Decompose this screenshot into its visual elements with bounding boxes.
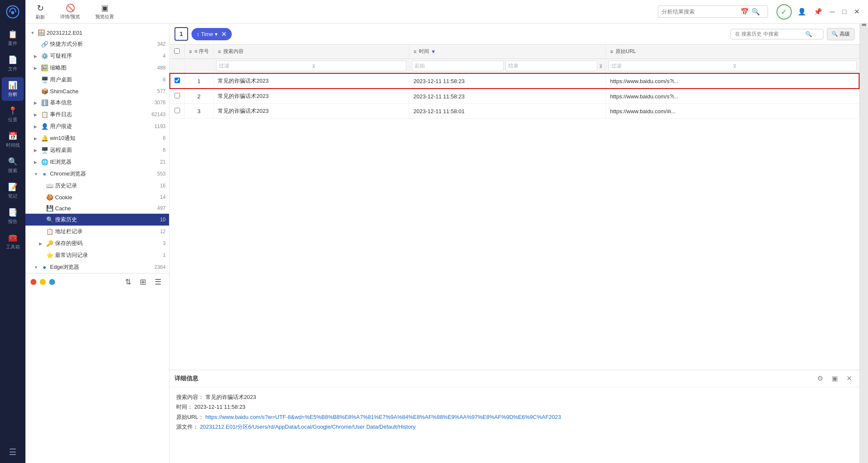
tree-thumbnails[interactable]: ▶ 🖼️ 缩略图 489 (25, 62, 169, 74)
content-filter-icon[interactable]: ⊻ (312, 63, 403, 69)
tree-ie[interactable]: ▶ 🌐 IE浏览器 21 (25, 156, 169, 168)
tree-suspicious[interactable]: ▶ ⚙️ 可疑程序 4 (25, 50, 169, 62)
detail-icon: 🚫 (66, 3, 75, 13)
tree-passwords[interactable]: ▶ 🔑 保存的密码 3 (25, 237, 169, 249)
toolbar: ↻ 刷新 🚫 详情/预览 ▣ 预览位置 📅 🔍 ✓ 👤 📌 ─ □ ✕ (25, 0, 868, 24)
minimize-icon[interactable]: ─ (828, 6, 836, 17)
advanced-button[interactable]: 🔍 高级 (827, 28, 854, 40)
col-checkbox (170, 45, 185, 59)
tree-shortcuts[interactable]: 🔗 快捷方式分析 342 (25, 38, 169, 50)
sidebar-item-label: 分析 (8, 91, 17, 98)
sidebar-item-tools[interactable]: 🧰 工具箱 (2, 230, 24, 254)
tree-basic-info[interactable]: ▶ ℹ️ 基本信息 3076 (25, 97, 169, 109)
main-search-input[interactable] (662, 8, 738, 15)
col-url: ≡ 原始URL (606, 45, 859, 59)
tree-user-trace[interactable]: ▶ 👤 用户痕迹 1193 (25, 120, 169, 132)
pin-icon[interactable]: 📌 (812, 6, 824, 17)
preview-pos-button[interactable]: ▣ 预览位置 (92, 2, 117, 22)
detail-settings-icon[interactable]: ⚙ (815, 374, 826, 383)
close-icon[interactable]: ✕ (852, 6, 861, 17)
detail-layout-icon[interactable]: ▣ (829, 374, 840, 383)
tree-remote[interactable]: ▶ 🖥️ 远程桌面 6 (25, 144, 169, 156)
sidebar-item-search[interactable]: 🔍 搜索 (2, 153, 24, 177)
clear-sort-button[interactable]: ✕ (221, 30, 227, 38)
sidebar-item-file[interactable]: 📄 文件 (2, 52, 24, 75)
time-filter-cell: 起始 结束 ⊻ (409, 59, 605, 74)
shield-button[interactable]: ✓ (776, 4, 792, 20)
tree-search-history[interactable]: 🔍 搜索历史 10 (25, 214, 169, 226)
settings-strip-label[interactable]: 设置列 (860, 27, 868, 32)
sort-asc-icon[interactable]: ⇅ (122, 276, 134, 287)
search-history-input[interactable] (735, 31, 803, 37)
list-view-icon[interactable]: ☰ (152, 276, 164, 287)
hamburger-button[interactable]: ☰ (2, 444, 24, 460)
tree-address-bar[interactable]: 📋 地址栏记录 12 (25, 226, 169, 237)
analysis-icon: 📊 (8, 81, 17, 90)
sidebar-item-location[interactable]: 📍 位置 (2, 103, 24, 126)
row-seq-cell: 3 (185, 104, 214, 119)
tree-root[interactable]: ▼ 🪟 20231212.E01 (25, 27, 169, 38)
detail-url-link[interactable]: https://www.baidu.com/s?ie=UTF-8&wd=%E5%… (205, 414, 561, 420)
dot-yellow[interactable] (40, 279, 46, 285)
sidebar-item-timeline[interactable]: 📅 时间线 (2, 128, 24, 152)
col-time[interactable]: ≡ 时间 ▼ (409, 45, 605, 59)
advanced-search-icon: 🔍 (832, 31, 838, 37)
sidebar-item-label: 时间线 (6, 142, 20, 148)
data-table-container: ≡ ≡ 序号 ≡ 搜索内容 (169, 45, 860, 370)
sidebar-item-label: 文件 (8, 66, 17, 72)
tree-history[interactable]: 📖 历史记录 16 (25, 180, 169, 192)
filter-bar: 1 ↕ Time ▾ ✕ 🔍 🔍 高级 (169, 24, 860, 45)
col-content[interactable]: ≡ 搜索内容 (214, 45, 409, 59)
row-2-checkbox[interactable] (175, 93, 180, 98)
maximize-icon[interactable]: □ (840, 6, 848, 17)
tree-desktop[interactable]: 🖥️ 用户桌面 8 (25, 74, 169, 86)
table-header-row: ≡ ≡ 序号 ≡ 搜索内容 (170, 45, 859, 59)
url-filter-icon[interactable]: ⊻ (733, 63, 854, 69)
table-row[interactable]: 1 常见的诈骗话术2023 2023-12-11 11:58:23 https:… (170, 73, 859, 89)
select-all-checkbox[interactable] (174, 48, 180, 54)
file-icon: 📄 (8, 55, 17, 64)
row-seq-cell: 1 (185, 73, 214, 89)
tree-frequent[interactable]: ⭐ 最常访问记录 1 (25, 249, 169, 261)
sort-time-button[interactable]: ↕ Time ▾ ✕ (191, 28, 232, 40)
filter-num-button[interactable]: 1 (175, 27, 188, 41)
tree-event-log[interactable]: ▶ 📋 事件日志 62143 (25, 109, 169, 120)
detail-content: 搜索内容： 常见的诈骗话术2023 时间： 2023-12-11 11:58:2… (169, 387, 860, 437)
detail-source-link[interactable]: 20231212.E01/分区6/Users/rd/AppData/Local/… (200, 424, 416, 430)
sidebar-item-report[interactable]: 📑 报告 (2, 204, 24, 228)
table-row[interactable]: 2 常见的诈骗话术2023 2023-12-11 11:58:23 https:… (170, 89, 859, 104)
tree-cookie[interactable]: 🍪 Cookie 14 (25, 192, 169, 203)
row-3-checkbox[interactable] (175, 108, 180, 113)
dot-red[interactable] (31, 279, 36, 285)
tree-edge[interactable]: ▼ ● Edge浏览器 2364 (25, 261, 169, 273)
row-1-checkbox[interactable] (175, 78, 180, 83)
refresh-button[interactable]: ↻ 刷新 (32, 1, 48, 22)
search-submit-icon[interactable]: 🔍 (752, 8, 760, 16)
user-icon[interactable]: 👤 (796, 6, 808, 17)
tree-cache[interactable]: 💾 Cache 497 (25, 203, 169, 214)
row-url-cell: https://www.baidu.com/s?i... (606, 73, 859, 89)
detail-button[interactable]: 🚫 详情/预览 (57, 2, 83, 22)
grid-view-icon[interactable]: ⊞ (137, 276, 149, 287)
table-filter-row: 过滤 ⊻ 起始 结束 (170, 59, 859, 74)
table-row[interactable]: 3 常见的诈骗话术2023 2023-12-11 11:58:01 https:… (170, 104, 859, 119)
dot-blue[interactable] (49, 279, 55, 285)
row-url-cell: https://www.baidu.com/s?i... (606, 89, 859, 104)
detail-url: 原始URL： https://www.baidu.com/s?ie=UTF-8&… (176, 412, 853, 422)
sidebar-item-case[interactable]: 📋 案件 (2, 26, 24, 50)
detail-header: 详细信息 ⚙ ▣ ✕ (169, 370, 860, 387)
detail-panel: 详细信息 ⚙ ▣ ✕ 搜索内容： 常见的诈骗话术2023 时间： 2023-12… (169, 370, 860, 463)
row-seq-cell: 2 (185, 89, 214, 104)
tree-shimcache[interactable]: 📦 ShimCache 577 (25, 86, 169, 97)
calendar-icon[interactable]: 📅 (740, 8, 749, 16)
tree-win10[interactable]: ▶ 🔔 win10通知 6 (25, 132, 169, 144)
search-history-icon[interactable]: 🔍 (805, 31, 812, 37)
root-icon: 🪟 (37, 29, 45, 36)
detail-source: 源文件： 20231212.E01/分区6/Users/rd/AppData/L… (176, 422, 853, 432)
time-filter-icon[interactable]: ⊻ (599, 63, 603, 69)
detail-close-icon[interactable]: ✕ (844, 374, 854, 383)
detail-search-content: 搜索内容： 常见的诈骗话术2023 (176, 392, 853, 402)
sidebar-item-notes[interactable]: 📝 笔记 (2, 179, 24, 203)
tree-chrome[interactable]: ▼ ● Chrome浏览器 553 (25, 168, 169, 180)
sidebar-item-analysis[interactable]: 📊 分析 (2, 77, 24, 101)
